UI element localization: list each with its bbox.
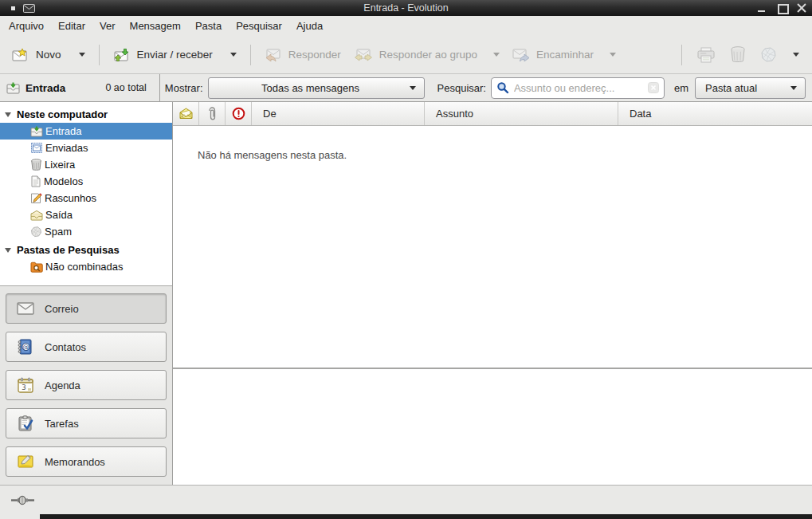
junk-folder-icon bbox=[30, 226, 42, 238]
menu-editar[interactable]: Editar bbox=[51, 16, 92, 36]
minimize-icon[interactable] bbox=[757, 4, 767, 13]
attachment-icon bbox=[207, 107, 217, 121]
folder-label: Lixeira bbox=[45, 159, 75, 171]
delete-button[interactable] bbox=[723, 41, 753, 68]
chevron-down-icon bbox=[410, 86, 416, 90]
search-icon[interactable] bbox=[496, 81, 509, 94]
folder-item-lixeira[interactable]: Lixeira bbox=[0, 156, 172, 173]
clear-icon[interactable] bbox=[648, 82, 659, 93]
menu-ver[interactable]: Ver bbox=[92, 16, 123, 36]
folder-label: Modelos bbox=[44, 175, 83, 187]
column-label: Assunto bbox=[436, 108, 473, 120]
junk-button[interactable] bbox=[753, 42, 784, 68]
switcher-label: Agenda bbox=[45, 379, 80, 391]
new-message-label: Novo bbox=[36, 49, 61, 61]
column-assunto[interactable]: Assunto bbox=[425, 102, 618, 125]
folder-tree: Neste computador Entrada Enviadas Lixeir… bbox=[0, 102, 172, 286]
window-controls bbox=[757, 4, 807, 13]
menu-arquivo[interactable]: Arquivo bbox=[2, 16, 51, 36]
new-dropdown-icon[interactable] bbox=[79, 53, 85, 57]
switcher-tarefas[interactable]: Tarefas bbox=[6, 408, 167, 438]
delete-icon bbox=[730, 46, 746, 63]
tree-section-search-folders[interactable]: Pastas de Pesquisas bbox=[0, 242, 172, 258]
switcher-contatos[interactable]: @ Contatos bbox=[6, 332, 167, 362]
switcher-memorandos[interactable]: Memorandos bbox=[6, 446, 167, 477]
search-scope-dropdown[interactable]: Pasta atual bbox=[695, 77, 806, 99]
tree-section-local[interactable]: Neste computador bbox=[0, 106, 172, 123]
filter-controls: Mostrar: Todas as mensagens Pesquisar: e… bbox=[160, 74, 812, 101]
column-message-status[interactable] bbox=[173, 102, 199, 125]
inbox-icon bbox=[6, 82, 20, 94]
menu-ajuda[interactable]: Ajuda bbox=[289, 16, 330, 36]
search-label: Pesquisar: bbox=[437, 82, 486, 94]
new-message-button[interactable]: Novo bbox=[6, 43, 92, 66]
mail-icon bbox=[17, 302, 34, 315]
folder-item-nao-combinadas[interactable]: Não combinadas bbox=[0, 258, 172, 275]
search-entry[interactable] bbox=[491, 77, 665, 99]
search-input[interactable] bbox=[514, 82, 643, 94]
column-data[interactable]: Data bbox=[618, 102, 812, 125]
print-button[interactable] bbox=[689, 42, 723, 68]
message-filter-dropdown[interactable]: Todas as mensagens bbox=[208, 77, 425, 99]
folder-item-spam[interactable]: Spam bbox=[0, 223, 172, 240]
send-receive-button[interactable]: Enviar / receber bbox=[107, 43, 243, 67]
message-list-empty: Não há mensagens nesta pasta. bbox=[173, 126, 812, 368]
window-title: Entrada - Evolution bbox=[0, 2, 812, 14]
reply-button[interactable]: Responder bbox=[258, 43, 347, 66]
column-label: De bbox=[263, 108, 277, 120]
app-body: Neste computador Entrada Enviadas Lixeir… bbox=[0, 102, 812, 485]
search-scope-value: Pasta atual bbox=[704, 82, 786, 94]
folder-item-modelos[interactable]: Modelos bbox=[0, 173, 172, 190]
reply-group-icon bbox=[354, 48, 373, 61]
toolbar-separator bbox=[99, 45, 100, 65]
new-message-icon bbox=[12, 48, 29, 61]
forward-label: Encaminhar bbox=[536, 49, 594, 61]
reply-group-button[interactable]: Responder ao grupo bbox=[347, 43, 506, 66]
online-plug-icon[interactable] bbox=[10, 494, 36, 506]
bottom-edge bbox=[0, 514, 812, 519]
expander-icon[interactable] bbox=[5, 112, 11, 117]
sidebar: Neste computador Entrada Enviadas Lixeir… bbox=[0, 102, 173, 485]
print-icon bbox=[696, 47, 716, 63]
folder-label: Rascunhos bbox=[45, 192, 96, 204]
folder-item-rascunhos[interactable]: Rascunhos bbox=[0, 190, 172, 206]
folder-item-enviadas[interactable]: Enviadas bbox=[0, 140, 172, 156]
folder-label: Entrada bbox=[45, 125, 82, 137]
column-attachment[interactable] bbox=[199, 102, 226, 125]
reply-icon bbox=[265, 48, 282, 61]
menu-pesquisar[interactable]: Pesquisar bbox=[229, 16, 289, 36]
menu-mensagem[interactable]: Mensagem bbox=[123, 16, 188, 36]
empty-folder-text: Não há mensagens nesta pasta. bbox=[198, 149, 347, 161]
folder-item-entrada[interactable]: Entrada bbox=[0, 123, 172, 140]
switcher-correio[interactable]: Correio bbox=[6, 293, 167, 324]
in-label: em bbox=[674, 82, 688, 94]
reply-group-dropdown-icon[interactable] bbox=[493, 53, 500, 57]
chevron-down-icon bbox=[790, 86, 797, 90]
menu-pasta[interactable]: Pasta bbox=[188, 16, 229, 36]
reply-group-label: Responder ao grupo bbox=[379, 49, 477, 61]
column-priority[interactable] bbox=[226, 102, 252, 125]
drafts-icon bbox=[30, 192, 42, 204]
toolbar-separator bbox=[250, 45, 251, 65]
preview-pane bbox=[173, 369, 812, 485]
switcher-label: Correio bbox=[45, 303, 79, 315]
message-list-header: De Assunto Data bbox=[173, 102, 812, 126]
close-icon[interactable] bbox=[797, 4, 807, 13]
overflow-menu-icon bbox=[793, 53, 799, 57]
trash-icon bbox=[30, 159, 42, 171]
toolbar-overflow-button[interactable] bbox=[784, 48, 806, 61]
sent-icon bbox=[30, 142, 43, 154]
column-de[interactable]: De bbox=[252, 102, 425, 125]
contacts-icon: @ bbox=[17, 339, 34, 355]
send-receive-label: Enviar / receber bbox=[137, 49, 213, 61]
forward-dropdown-icon[interactable] bbox=[610, 53, 616, 57]
maximize-icon[interactable] bbox=[777, 4, 787, 13]
folder-item-saida[interactable]: Saída bbox=[0, 206, 172, 223]
folder-label: Enviadas bbox=[45, 142, 88, 154]
inbox-icon bbox=[30, 126, 43, 137]
folder-label: Saída bbox=[45, 209, 73, 221]
expander-icon[interactable] bbox=[5, 248, 11, 253]
forward-button[interactable]: Encaminhar bbox=[506, 43, 622, 66]
switcher-agenda[interactable]: 3 Agenda bbox=[6, 370, 167, 400]
send-receive-dropdown-icon[interactable] bbox=[230, 53, 237, 57]
